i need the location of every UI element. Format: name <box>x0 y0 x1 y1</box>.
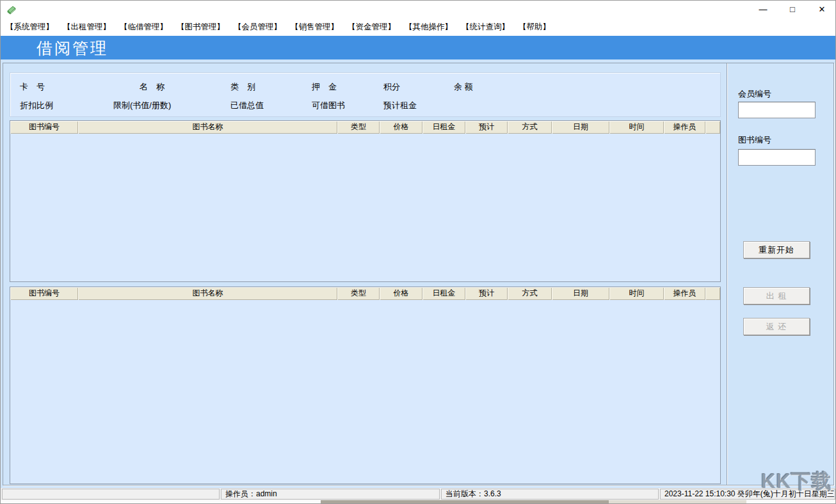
status-version: 当前版本：3.6.3 <box>441 489 659 500</box>
menu-item-books[interactable]: 【图书管理】 <box>177 22 225 33</box>
col-type[interactable]: 类型 <box>337 121 380 134</box>
col-date[interactable]: 日期 <box>552 121 609 134</box>
deposit-label: 押 金 <box>312 81 337 93</box>
menu-item-other[interactable]: 【其他操作】 <box>405 22 453 33</box>
menu-item-help[interactable]: 【帮助】 <box>518 22 551 33</box>
col-book-name[interactable]: 图书名称 <box>78 121 337 134</box>
borrowed-total-label: 已借总值 <box>230 100 264 111</box>
kk-download-watermark: KK下载 <box>761 468 832 495</box>
estimated-rent-label: 预计租金 <box>383 100 417 111</box>
card-no-label: 卡 号 <box>20 81 45 93</box>
col-book-name[interactable]: 图书名称 <box>78 287 337 300</box>
menu-item-temp-borrow[interactable]: 【临借管理】 <box>120 22 168 33</box>
page-banner: 借阅管理 <box>1 36 836 59</box>
menu-item-sales[interactable]: 【销售管理】 <box>291 22 339 33</box>
menu-item-system[interactable]: 【系统管理】 <box>6 22 54 33</box>
menu-item-stats[interactable]: 【统计查询】 <box>462 22 510 33</box>
col-price[interactable]: 价格 <box>380 287 422 300</box>
name-label: 名 称 <box>140 81 165 93</box>
menu-bar: 【系统管理】 【出租管理】 【临借管理】 【图书管理】 【会员管理】 【销售管理… <box>1 19 836 36</box>
status-empty-section <box>2 489 220 500</box>
session-list-header: 图书编号 图书名称 类型 价格 日租金 预计 方式 日期 时间 操作员 <box>10 287 720 300</box>
close-button[interactable]: ✕ <box>812 1 832 19</box>
sidebar-divider <box>727 63 727 485</box>
page-title: 借阅管理 <box>36 38 108 59</box>
limit-label: 限制(书值/册数) <box>113 100 171 111</box>
menu-item-members[interactable]: 【会员管理】 <box>234 22 282 33</box>
menu-item-rental[interactable]: 【出租管理】 <box>63 22 111 33</box>
book-no-label: 图书编号 <box>738 134 771 146</box>
main-content: 卡 号 名 称 类 别 押 金 积分 余 额 折扣比例 限制(书值/册数) 已借… <box>1 59 836 488</box>
member-info-panel: 卡 号 名 称 类 别 押 金 积分 余 额 折扣比例 限制(书值/册数) 已借… <box>10 72 721 117</box>
borrow-list-header: 图书编号 图书名称 类型 价格 日租金 预计 方式 日期 时间 操作员 <box>10 121 720 134</box>
col-operator[interactable]: 操作员 <box>664 121 705 134</box>
col-date[interactable]: 日期 <box>552 287 609 300</box>
restart-button[interactable]: 重新开始 <box>743 241 810 258</box>
discount-ratio-label: 折扣比例 <box>20 100 53 111</box>
window-titlebar: — □ ✕ <box>1 1 836 19</box>
col-time[interactable]: 时间 <box>609 121 664 134</box>
background-window-sliver <box>1 500 836 504</box>
book-no-input[interactable] <box>738 149 816 166</box>
col-type[interactable]: 类型 <box>337 287 380 300</box>
col-book-id[interactable]: 图书编号 <box>10 121 78 134</box>
col-estimate[interactable]: 预计 <box>465 287 508 300</box>
borrow-list-body[interactable] <box>10 134 720 281</box>
session-list-body[interactable] <box>10 300 720 484</box>
borrowable-label: 可借图书 <box>312 100 345 111</box>
col-operator[interactable]: 操作员 <box>664 287 705 300</box>
sliver-segment <box>609 500 746 504</box>
session-list-table: 图书编号 图书名称 类型 价格 日租金 预计 方式 日期 时间 操作员 <box>10 287 721 484</box>
member-no-input[interactable] <box>738 102 816 118</box>
rent-out-button[interactable]: 出 租 <box>743 287 810 304</box>
balance-label: 余 额 <box>454 81 473 93</box>
maximize-button[interactable]: □ <box>783 1 802 19</box>
points-label: 积分 <box>383 81 400 93</box>
status-bar: 操作员：admin 当前版本：3.6.3 2023-11-22 15:10:30… <box>1 488 836 500</box>
category-label: 类 别 <box>230 81 255 93</box>
col-daily-rent[interactable]: 日租金 <box>422 287 465 300</box>
col-method[interactable]: 方式 <box>508 287 552 300</box>
col-book-id[interactable]: 图书编号 <box>10 287 78 300</box>
col-filler <box>705 287 720 300</box>
member-no-label: 会员编号 <box>738 88 771 100</box>
menu-item-funds[interactable]: 【资金管理】 <box>348 22 396 33</box>
col-time[interactable]: 时间 <box>609 287 664 300</box>
col-method[interactable]: 方式 <box>508 121 552 134</box>
green-book-app-icon <box>6 4 17 15</box>
borrow-list-table: 图书编号 图书名称 类型 价格 日租金 预计 方式 日期 时间 操作员 <box>10 120 721 282</box>
col-filler <box>705 121 720 134</box>
status-operator: 操作员：admin <box>221 489 440 500</box>
col-price[interactable]: 价格 <box>380 121 422 134</box>
sliver-segment <box>321 500 609 504</box>
col-daily-rent[interactable]: 日租金 <box>422 121 465 134</box>
return-button[interactable]: 返 还 <box>743 318 810 335</box>
minimize-button[interactable]: — <box>753 1 773 19</box>
col-estimate[interactable]: 预计 <box>465 121 508 134</box>
